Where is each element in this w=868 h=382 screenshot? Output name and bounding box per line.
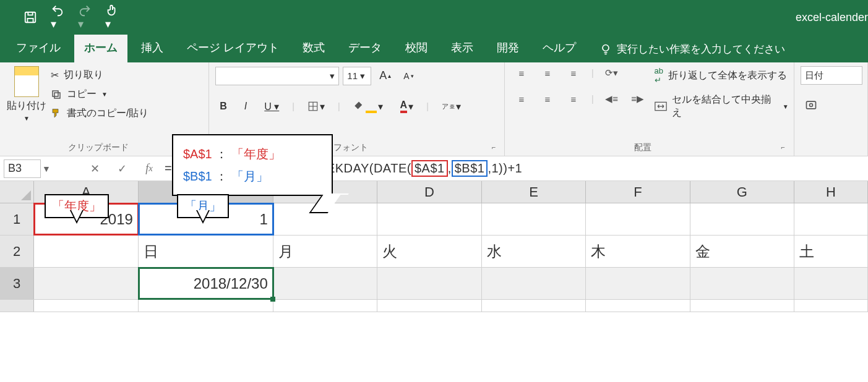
cell-C4[interactable] xyxy=(273,300,377,312)
cell-C2[interactable]: 月 xyxy=(273,236,377,267)
undo-icon[interactable]: ▾ xyxy=(51,4,64,31)
row-header-3[interactable]: 3 xyxy=(0,268,34,299)
lightbulb-icon xyxy=(599,43,612,56)
decrease-font-button[interactable]: A▾ xyxy=(399,68,418,84)
cell-B3[interactable]: 2018/12/30 xyxy=(139,268,273,299)
merge-icon xyxy=(655,101,667,111)
merge-center-button[interactable]: セルを結合して中央揃え ▼ xyxy=(655,93,789,119)
enter-formula-button[interactable]: ✓ xyxy=(113,159,131,178)
name-box-dropdown[interactable]: ▼ xyxy=(41,164,52,174)
wrap-text-button[interactable]: ab↵ 折り返して全体を表示する xyxy=(655,66,789,85)
cell-E1[interactable] xyxy=(482,203,586,235)
cell-H2[interactable]: 土 xyxy=(794,236,868,267)
cell-A4[interactable] xyxy=(34,300,138,312)
cell-A2[interactable] xyxy=(34,236,138,267)
border-button[interactable]: ▾ xyxy=(303,98,329,116)
align-top-button[interactable]: ≡ xyxy=(513,66,530,80)
tab-insert[interactable]: 挿入 xyxy=(131,34,173,62)
paste-button[interactable]: 貼り付け ▼ xyxy=(5,66,48,122)
cell-E3[interactable] xyxy=(482,268,586,299)
dropdown-icon: ▼ xyxy=(783,103,789,110)
tab-home[interactable]: ホーム xyxy=(74,34,127,62)
accounting-format-button[interactable] xyxy=(801,96,822,114)
font-size-combo[interactable]: 11 ▾ xyxy=(343,67,371,85)
cell-D1[interactable] xyxy=(377,203,481,235)
cell-D4[interactable] xyxy=(377,300,481,312)
row-header-4[interactable] xyxy=(0,300,34,312)
svg-point-7 xyxy=(809,104,812,107)
cell-G4[interactable] xyxy=(690,300,794,312)
save-icon[interactable] xyxy=(24,11,37,24)
cell-E4[interactable] xyxy=(482,300,586,312)
cell-H3[interactable] xyxy=(794,268,868,299)
cell-B2[interactable]: 日 xyxy=(139,236,273,267)
tab-formulas[interactable]: 数式 xyxy=(293,34,335,62)
alignment-group: ≡ ≡ ≡ | ⟳▾ ≡ ≡ ≡ | ◀≡ ≡▶ ab↵ 折 xyxy=(505,62,794,156)
italic-button[interactable]: I xyxy=(240,98,251,115)
cell-B4[interactable] xyxy=(139,300,273,312)
tab-help[interactable]: ヘルプ xyxy=(533,34,586,62)
bold-button[interactable]: B xyxy=(215,98,231,115)
alignment-dialog-launcher[interactable]: ⌐ xyxy=(781,143,791,153)
svg-rect-0 xyxy=(25,12,36,23)
decrease-indent-button[interactable]: ◀≡ xyxy=(604,92,620,106)
align-left-button[interactable]: ≡ xyxy=(513,92,530,106)
cell-F2[interactable]: 木 xyxy=(586,236,690,267)
cancel-formula-button[interactable]: ✕ xyxy=(85,159,104,178)
name-box[interactable]: B3 xyxy=(4,159,41,178)
col-header-D[interactable]: D xyxy=(377,181,481,203)
wrap-icon: ab↵ xyxy=(655,66,663,85)
callout-a1-label: 「年度」 xyxy=(231,147,281,161)
number-format-combo[interactable]: 日付 xyxy=(801,66,862,85)
tell-me-search[interactable]: 実行したい作業を入力してください xyxy=(590,36,795,62)
touch-mode-icon[interactable]: ▾ xyxy=(105,4,119,31)
copy-button[interactable]: コピー ▼ xyxy=(51,88,148,101)
col-header-H[interactable]: H xyxy=(794,181,868,203)
cell-H4[interactable] xyxy=(794,300,868,312)
align-bottom-button[interactable]: ≡ xyxy=(565,66,582,80)
cell-F4[interactable] xyxy=(586,300,690,312)
font-name-combo[interactable]: ▾ xyxy=(215,67,339,85)
align-middle-button[interactable]: ≡ xyxy=(539,66,556,80)
cell-F1[interactable] xyxy=(586,203,690,235)
column-headers-row: A B C D E F G H xyxy=(0,181,868,203)
cell-H1[interactable] xyxy=(794,203,868,235)
col-header-G[interactable]: G xyxy=(690,181,794,203)
select-all-corner[interactable] xyxy=(0,181,34,203)
tab-data[interactable]: データ xyxy=(338,34,392,62)
font-dialog-launcher[interactable]: ⌐ xyxy=(492,143,502,153)
tab-developer[interactable]: 開発 xyxy=(487,34,529,62)
alignment-group-label: 配置 xyxy=(505,141,781,155)
underline-button[interactable]: U ▾ xyxy=(260,98,283,116)
align-right-button[interactable]: ≡ xyxy=(565,92,582,106)
phonetic-button[interactable]: ア亜 ▾ xyxy=(437,98,465,116)
cell-G2[interactable]: 金 xyxy=(690,236,794,267)
cell-E2[interactable]: 水 xyxy=(482,236,586,267)
insert-function-button[interactable]: fx xyxy=(140,159,158,178)
tab-review[interactable]: 校閲 xyxy=(395,34,437,62)
row-header-2[interactable]: 2 xyxy=(0,236,34,267)
tab-file[interactable]: ファイル xyxy=(6,34,71,62)
tab-page-layout[interactable]: ページ レイアウト xyxy=(177,34,289,62)
redo-icon[interactable]: ▾ xyxy=(78,4,92,31)
cell-G1[interactable] xyxy=(690,203,794,235)
tab-view[interactable]: 表示 xyxy=(441,34,483,62)
orientation-button[interactable]: ⟳▾ xyxy=(604,66,620,80)
cell-A3[interactable] xyxy=(34,268,138,299)
row-header-1[interactable]: 1 xyxy=(0,203,34,235)
font-color-button[interactable]: A ▾ xyxy=(396,96,418,116)
cell-D2[interactable]: 火 xyxy=(377,236,481,267)
increase-indent-button[interactable]: ≡▶ xyxy=(630,92,646,106)
fill-color-button[interactable]: ▾ xyxy=(349,96,387,116)
cut-button[interactable]: ✂ 切り取り xyxy=(51,69,148,82)
cell-G3[interactable] xyxy=(690,268,794,299)
merge-label: セルを結合して中央揃え xyxy=(672,93,778,119)
cell-D3[interactable] xyxy=(377,268,481,299)
cell-C3[interactable] xyxy=(273,268,377,299)
col-header-F[interactable]: F xyxy=(586,181,690,203)
format-painter-button[interactable]: 書式のコピー/貼り xyxy=(51,107,148,120)
cell-F3[interactable] xyxy=(586,268,690,299)
align-center-button[interactable]: ≡ xyxy=(539,92,556,106)
col-header-E[interactable]: E xyxy=(482,181,586,203)
increase-font-button[interactable]: A▴ xyxy=(375,66,395,85)
